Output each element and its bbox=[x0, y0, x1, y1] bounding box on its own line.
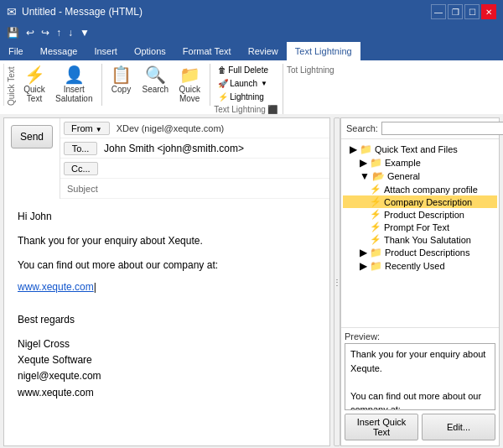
preview-text: Thank you for your enquiry about Xequte.… bbox=[350, 349, 485, 410]
quick-move-button[interactable]: 📁 QuickMove bbox=[174, 64, 205, 106]
menu-format-text[interactable]: Format Text bbox=[174, 42, 240, 60]
folder-icon-4: 📁 bbox=[370, 260, 382, 272]
subject-label: Subject bbox=[60, 182, 105, 195]
send-column: Send bbox=[4, 118, 60, 199]
search-icon: 🔍 bbox=[145, 66, 166, 83]
preview-section: Preview: Thank you for your enquiry abou… bbox=[341, 327, 499, 445]
up-qa-button[interactable]: ↑ bbox=[54, 27, 63, 39]
chevron-right-icon-2: ▶ bbox=[360, 157, 367, 169]
tree-item-general[interactable]: ▼ 📂 General bbox=[343, 169, 497, 183]
tot-lightning-group: Tot Lightning bbox=[287, 64, 334, 75]
doc-icon-4: ⚡ bbox=[370, 221, 381, 232]
quick-text-buttons: ⚡ QuickText 👤 InsertSalutation bbox=[19, 64, 96, 106]
folder-icon-3: 📁 bbox=[370, 247, 382, 258]
full-delete-icon: 🗑 bbox=[218, 65, 226, 75]
copy-button[interactable]: 📋 Copy bbox=[106, 64, 136, 106]
quick-text-vertical-label: Quick Text bbox=[3, 64, 16, 106]
quick-access-toolbar: 💾 ↩ ↪ ↑ ↓ ▼ bbox=[0, 23, 503, 42]
to-input[interactable] bbox=[101, 141, 329, 156]
search-label: Search bbox=[142, 85, 169, 94]
window-controls: — ❒ ☐ ✕ bbox=[431, 4, 496, 19]
group-settings-icon[interactable]: ⬛ bbox=[267, 105, 277, 114]
folder-icon: 📁 bbox=[360, 143, 372, 155]
menu-insert[interactable]: Insert bbox=[86, 42, 126, 60]
full-delete-button[interactable]: 🗑 Full Delete bbox=[214, 64, 277, 76]
search-button[interactable]: 🔍 Search bbox=[137, 64, 173, 106]
to-button[interactable]: To... bbox=[64, 142, 97, 155]
chevron-right-icon: ▶ bbox=[350, 143, 357, 155]
quick-text-button[interactable]: ⚡ QuickText bbox=[19, 64, 49, 106]
preview-label: Preview: bbox=[345, 331, 495, 341]
search-label: Search: bbox=[346, 123, 378, 133]
folder-icon-2: 📁 bbox=[370, 157, 382, 169]
send-button[interactable]: Send bbox=[11, 125, 53, 148]
tree-item-prompt-for-text[interactable]: ⚡ Prompt For Text bbox=[343, 221, 497, 233]
menu-text-lightning[interactable]: Text Lightning bbox=[287, 42, 360, 60]
company-link[interactable]: www.xequte.com bbox=[18, 281, 94, 293]
copy-label: Copy bbox=[111, 85, 131, 94]
link-para: www.xequte.com| bbox=[18, 279, 316, 295]
edit-button[interactable]: Edit... bbox=[422, 414, 495, 440]
menu-file[interactable]: File bbox=[0, 42, 32, 60]
doc-icon-2: ⚡ bbox=[370, 196, 381, 207]
tree-area: ▶ 📁 Quick Text and Files ▶ 📁 Example ▼ 📂… bbox=[341, 139, 499, 327]
insert-salutation-icon: 👤 bbox=[64, 66, 85, 83]
launch-icon: 🚀 bbox=[218, 79, 228, 88]
email-body[interactable]: Hi John Thank you for your enquiry about… bbox=[4, 199, 329, 445]
tree-item-attach-company[interactable]: ⚡ Attach company profile bbox=[343, 183, 497, 195]
quick-text-label: QuickText bbox=[23, 85, 45, 103]
maximize-button[interactable]: ☐ bbox=[464, 4, 480, 19]
launch-button[interactable]: 🚀 Launch ▼ bbox=[214, 77, 277, 90]
down-qa-button[interactable]: ↓ bbox=[66, 27, 75, 39]
more-qa-button[interactable]: ▼ bbox=[78, 27, 91, 39]
lightning-small-button[interactable]: ⚡ Lightning bbox=[214, 91, 277, 103]
tree-item-product-descs[interactable]: ▶ 📁 Product Descriptions bbox=[343, 246, 497, 259]
collapse-handle[interactable]: ⋮ bbox=[334, 117, 340, 446]
close-button[interactable]: ✕ bbox=[481, 4, 496, 19]
from-button[interactable]: From ▼ bbox=[64, 122, 110, 135]
tree-item-quick-text-files[interactable]: ▶ 📁 Quick Text and Files bbox=[343, 143, 497, 156]
search-input[interactable] bbox=[381, 122, 503, 135]
menu-options[interactable]: Options bbox=[126, 42, 174, 60]
copy-search-buttons: 📋 Copy 🔍 Search 📁 QuickMove bbox=[106, 64, 205, 106]
minimize-button[interactable]: — bbox=[431, 4, 446, 19]
cursor: | bbox=[94, 281, 96, 293]
tree-item-product-desc[interactable]: ⚡ Product Description bbox=[343, 208, 497, 221]
from-row: From ▼ XDev (nigel@xequte.com) bbox=[60, 118, 329, 138]
preview-buttons: Insert Quick Text Edit... bbox=[345, 414, 495, 442]
signature: Nigel Cross Xequte Software nigel@xequte… bbox=[18, 336, 316, 401]
ribbon: Quick Text ⚡ QuickText 👤 InsertSalutatio… bbox=[0, 60, 503, 114]
tree-item-company-desc[interactable]: ⚡ Company Description bbox=[343, 195, 497, 208]
insert-salutation-label: InsertSalutation bbox=[55, 85, 92, 103]
quick-text-icon: ⚡ bbox=[24, 66, 45, 83]
subject-input[interactable] bbox=[105, 181, 329, 196]
preview-box: Thank you for your enquiry about Xequte.… bbox=[345, 343, 495, 410]
doc-icon-1: ⚡ bbox=[370, 184, 381, 195]
text-lightning-group-label: Text Lightning ⬛ bbox=[214, 105, 277, 114]
undo-qa-button[interactable]: ↩ bbox=[24, 27, 36, 39]
lightning-small-icon: ⚡ bbox=[218, 92, 228, 102]
text-lightning-small-buttons: 🗑 Full Delete 🚀 Launch ▼ ⚡ Lightning bbox=[214, 64, 277, 103]
tree-item-recently-used[interactable]: ▶ 📁 Recently Used bbox=[343, 259, 497, 273]
quick-text-group: Quick Text ⚡ QuickText 👤 InsertSalutatio… bbox=[3, 64, 102, 106]
cc-input[interactable] bbox=[101, 161, 329, 176]
menu-review[interactable]: Review bbox=[240, 42, 287, 60]
insert-quick-text-button[interactable]: Insert Quick Text bbox=[345, 414, 418, 440]
subject-row: Subject bbox=[60, 179, 329, 199]
to-row: To... bbox=[60, 138, 329, 159]
chevron-right-icon-4: ▶ bbox=[360, 260, 367, 272]
ribbon-content: Quick Text ⚡ QuickText 👤 InsertSalutatio… bbox=[0, 60, 503, 114]
tree-item-example[interactable]: ▶ 📁 Example bbox=[343, 156, 497, 169]
doc-icon-5: ⚡ bbox=[370, 234, 381, 245]
quick-move-icon: 📁 bbox=[179, 66, 200, 83]
title-bar: ✉ Untitled - Message (HTML) — ❒ ☐ ✕ bbox=[0, 0, 503, 23]
restore-button[interactable]: ❒ bbox=[448, 4, 463, 19]
menu-message[interactable]: Message bbox=[32, 42, 86, 60]
cc-button[interactable]: Cc... bbox=[64, 162, 98, 175]
tree-item-thank-you[interactable]: ⚡ Thank You Salutation bbox=[343, 233, 497, 246]
closing: Best regards bbox=[18, 312, 316, 328]
save-qa-button[interactable]: 💾 bbox=[5, 27, 21, 39]
redo-qa-button[interactable]: ↪ bbox=[39, 27, 51, 39]
insert-salutation-button[interactable]: 👤 InsertSalutation bbox=[51, 64, 96, 106]
email-compose-area: Send From ▼ XDev (nigel@xequte.com) To..… bbox=[3, 117, 330, 446]
